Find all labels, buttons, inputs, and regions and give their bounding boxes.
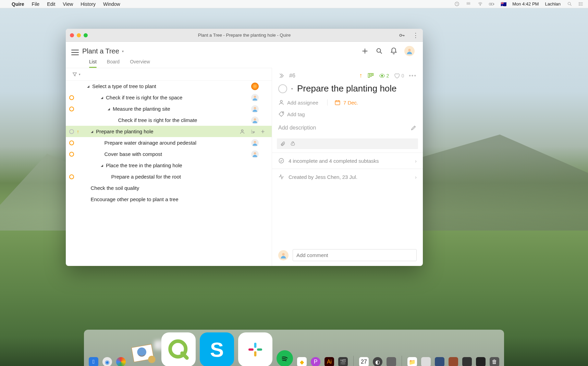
task-row[interactable]: Cover base with compost [66,148,272,160]
subtasks-summary[interactable]: 4 incomplete and 4 completed subtasks › [272,152,423,169]
description-field[interactable]: Add description [272,121,423,135]
add-icon[interactable] [260,129,266,134]
task-row[interactable]: Encourage other people to plant a tree [66,194,272,205]
task-row[interactable]: Check the soil quality [66,182,272,194]
expand-caret-icon[interactable]: ◢ [101,164,103,167]
dock-trash-icon[interactable]: 🗑 [490,357,499,366]
task-status-slot[interactable] [66,141,77,145]
dock-item-icon[interactable] [421,357,431,366]
attachment-bar[interactable] [277,138,418,149]
dock-folder-icon[interactable]: 📁 [407,357,417,366]
assignee-avatar[interactable] [251,150,259,158]
dock-quire-icon[interactable] [161,332,196,366]
task-row[interactable]: ◢Place the tree in the planting hole [66,160,272,171]
task-status-slot[interactable] [66,129,77,134]
timemachine-icon[interactable] [454,1,460,7]
assignee-avatar[interactable] [251,139,259,147]
dock-item-icon[interactable] [435,357,444,366]
task-status-slot[interactable] [66,152,77,157]
assignee-avatar[interactable] [251,94,259,101]
detail-more-icon[interactable]: ••• [409,73,417,79]
tab-list[interactable]: List [89,59,97,68]
comment-input[interactable] [293,249,417,261]
task-title[interactable]: Prepare the planting hole [297,83,397,94]
task-row[interactable]: ↑◢Prepare the planting hole [66,126,272,137]
dropbox-icon[interactable] [466,1,471,7]
dock-mail-icon[interactable] [130,339,157,366]
clock[interactable]: Mon 4:42 PM [512,1,539,7]
dock-skype-icon[interactable]: S [200,332,234,366]
task-row[interactable]: ◢Measure the planting site [66,103,272,114]
close-window-button[interactable] [70,33,74,37]
task-row[interactable]: Check if tree is right for the climate [66,114,272,126]
menu-file[interactable]: File [32,1,40,7]
tag-field[interactable]: Add tag [272,108,423,121]
tab-overview[interactable]: Overview [130,59,150,68]
collapse-detail-icon[interactable] [278,73,284,79]
activity-summary[interactable]: Created by Jess Chen, 23 Jul. › [272,169,423,185]
dock-illustrator-icon[interactable]: Ai [324,357,334,366]
due-date-field[interactable]: 7 Dec. [327,99,358,106]
flag-icon[interactable]: 🇦🇺 [501,1,506,7]
task-status-slot[interactable] [66,95,77,100]
search-icon[interactable] [376,47,383,55]
dock-item-icon[interactable] [449,357,458,366]
task-row[interactable]: Prepare water drainage around pedestal [66,137,272,148]
spotlight-icon[interactable] [567,1,572,7]
tag-badge-icon[interactable] [251,83,259,90]
subtask-add-icon[interactable] [250,129,255,134]
dock-calendar-icon[interactable]: 27 [359,357,369,366]
priority-arrow-icon[interactable]: ↑ [359,72,363,79]
tab-board[interactable]: Board [107,59,120,68]
dock-finder-icon[interactable]: 􀈕 [89,357,98,366]
window-more-icon[interactable]: ⋮ [413,32,419,39]
user-menu[interactable]: Lachlan [545,1,561,7]
dock-slack-icon[interactable] [238,332,272,366]
add-button[interactable] [361,47,369,55]
window-titlebar[interactable]: Plant a Tree - Prepare the planting hole… [66,29,423,42]
project-name-dropdown[interactable]: Plant a Tree ▾ [82,47,124,55]
wifi-icon[interactable] [477,1,483,7]
task-row[interactable]: ◢Check if tree is right for the space [66,92,272,103]
menu-window[interactable]: Window [103,1,120,7]
assignee-icon[interactable] [240,129,245,134]
dock-item-icon[interactable] [476,357,486,366]
status-chevron-icon[interactable]: ▾ [291,87,293,90]
expand-caret-icon[interactable]: ◢ [101,96,103,99]
assignee-avatar[interactable] [251,117,259,124]
dock-safari-icon[interactable]: ◉ [102,357,112,366]
dock-app3-icon[interactable] [387,357,396,366]
menu-edit[interactable]: Edit [47,1,55,7]
filter-bar[interactable]: ▾ [66,68,272,81]
key-icon[interactable] [399,32,405,38]
task-status-slot[interactable] [66,174,77,179]
current-user-avatar[interactable] [404,46,415,56]
dock-app-icon[interactable]: P [311,357,320,366]
menu-view[interactable]: View [63,1,73,7]
battery-icon[interactable] [489,1,494,7]
task-status-slot[interactable] [66,107,77,111]
dock-item-icon[interactable] [462,357,472,366]
maximize-window-button[interactable] [84,33,88,37]
likes-count[interactable]: 0 [394,73,404,79]
complete-toggle[interactable] [278,84,287,93]
dock-finalcut-icon[interactable]: 🎬 [338,357,348,366]
dock-spotify-icon[interactable] [277,350,293,366]
watchers-count[interactable]: 2 [379,73,389,79]
list-icon[interactable] [578,1,584,7]
notifications-icon[interactable] [390,47,397,55]
assignee-field[interactable]: Add assignee [278,99,318,106]
minimize-window-button[interactable] [77,33,81,37]
app-menu[interactable]: Quire [12,1,24,7]
sidebar-toggle-icon[interactable] [71,50,79,55]
board-icon[interactable] [367,72,374,79]
expand-caret-icon[interactable]: ◢ [108,107,110,111]
dock-chrome-icon[interactable] [116,357,126,366]
menu-history[interactable]: History [81,1,96,7]
dock-app2-icon[interactable]: ◐ [373,357,382,366]
task-row[interactable]: Prepare a pedestal for the root [66,171,272,182]
assignee-avatar[interactable] [251,105,259,113]
expand-caret-icon[interactable]: ◢ [87,85,89,88]
dock-sketch-icon[interactable]: ◆ [297,357,307,366]
expand-caret-icon[interactable]: ◢ [91,130,93,133]
